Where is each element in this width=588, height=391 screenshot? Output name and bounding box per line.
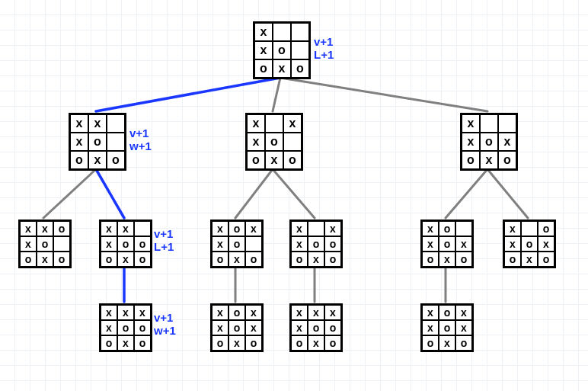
cell: o: [20, 252, 37, 267]
cell: [283, 133, 302, 151]
tree-edge: [273, 169, 315, 218]
cell: x: [117, 252, 134, 267]
cell: [291, 41, 309, 59]
cell: x: [117, 305, 134, 320]
board-c1: xxxooxo: [69, 113, 126, 171]
cell: o: [212, 252, 228, 267]
board-c2: xxxooxo: [245, 113, 303, 171]
board-leaf21: xoxxoxoxo: [210, 303, 264, 352]
cell: x: [88, 114, 107, 133]
cell: x: [254, 41, 273, 59]
cell: x: [308, 335, 324, 351]
board-c3: xxoxoxo: [460, 113, 518, 171]
cell: o: [212, 335, 228, 351]
cell: o: [308, 236, 324, 252]
cell: o: [455, 252, 472, 267]
cell: x: [504, 221, 521, 236]
label-root: v+1 L+1: [314, 35, 334, 61]
cell: [308, 221, 324, 236]
cell: o: [134, 252, 151, 267]
cell: o: [422, 252, 439, 267]
cell: o: [228, 305, 245, 320]
cell: x: [521, 252, 538, 267]
cell: o: [324, 252, 341, 267]
cell: o: [480, 133, 498, 151]
cell: o: [53, 252, 70, 267]
cell: x: [228, 252, 245, 267]
cell: o: [53, 221, 70, 236]
cell: [455, 221, 472, 236]
label-g12: v+1 L+1: [154, 227, 174, 253]
cell: x: [462, 133, 480, 151]
cell: x: [462, 114, 480, 133]
cell: o: [228, 236, 245, 252]
tree-edge: [235, 169, 273, 218]
cell: o: [283, 151, 302, 169]
cell: o: [117, 236, 134, 252]
board-g11: xxoxooxo: [18, 220, 72, 268]
board-root: xxooxo: [253, 21, 311, 79]
cell: o: [439, 236, 455, 252]
cell: o: [504, 252, 521, 267]
cell: x: [247, 114, 265, 133]
cell: o: [101, 335, 117, 351]
board-leaf22: xxxxoooxo: [289, 303, 343, 352]
cell: o: [439, 320, 455, 335]
cell: o: [245, 335, 262, 351]
cell: [498, 114, 516, 133]
cell: [291, 23, 309, 41]
cell: x: [245, 320, 262, 335]
cell: [53, 236, 70, 252]
cell: o: [247, 151, 265, 169]
cell: x: [37, 252, 53, 267]
cell: x: [117, 335, 134, 351]
cell: x: [422, 236, 439, 252]
cell: o: [455, 335, 472, 351]
cell: o: [462, 151, 480, 169]
cell: x: [324, 221, 341, 236]
cell: x: [88, 151, 107, 169]
tree-edge: [96, 78, 280, 111]
cell: x: [101, 236, 117, 252]
cell: o: [117, 320, 134, 335]
cell: x: [498, 133, 516, 151]
cell: x: [212, 320, 228, 335]
board-leaf31: xoxxoxoxo: [420, 303, 474, 352]
board-g22: xxxoooxo: [289, 220, 343, 268]
tree-edge: [487, 169, 528, 218]
tree-edge: [446, 169, 487, 218]
cell: x: [20, 236, 37, 252]
cell: [107, 133, 125, 151]
label-leaf12: v+1 w+1: [154, 311, 176, 337]
cell: x: [308, 305, 324, 320]
cell: x: [308, 252, 324, 267]
cell: x: [273, 59, 291, 78]
cell: o: [538, 252, 554, 267]
cell: x: [101, 221, 117, 236]
tree-edge: [280, 78, 487, 111]
cell: x: [504, 236, 521, 252]
cell: [134, 221, 151, 236]
cell: x: [70, 114, 88, 133]
cell: o: [107, 151, 125, 169]
tree-edge: [96, 169, 124, 218]
cell: x: [245, 305, 262, 320]
cell: x: [212, 236, 228, 252]
cell: x: [439, 335, 455, 351]
cell: o: [228, 221, 245, 236]
cell: o: [422, 335, 439, 351]
board-g12: xxxoooxo: [99, 220, 152, 268]
cell: x: [439, 252, 455, 267]
cell: o: [228, 320, 245, 335]
board-leaf12: xxxxoooxo: [99, 303, 152, 352]
cell: o: [324, 236, 341, 252]
cell: o: [439, 221, 455, 236]
cell: o: [70, 151, 88, 169]
cell: o: [134, 236, 151, 252]
cell: o: [498, 151, 516, 169]
cell: x: [101, 320, 117, 335]
cell: o: [265, 133, 283, 151]
cell: x: [538, 236, 554, 252]
cell: o: [324, 335, 341, 351]
cell: o: [538, 221, 554, 236]
